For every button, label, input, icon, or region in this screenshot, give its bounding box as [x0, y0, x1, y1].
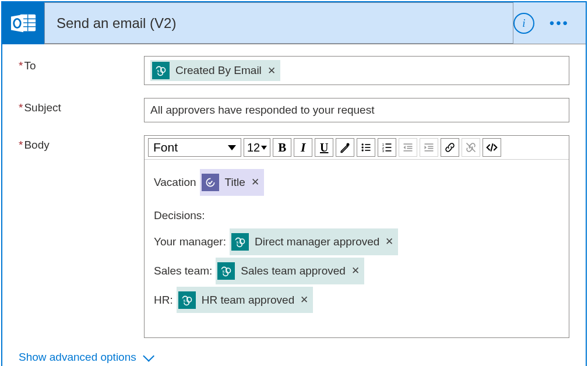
svg-text:S: S	[157, 69, 159, 73]
font-size-select[interactable]: 12	[244, 138, 270, 157]
advanced-options-row: Show advanced options	[19, 351, 569, 364]
token-label: Direct manager approved	[255, 230, 379, 254]
font-family-select[interactable]: Font	[148, 138, 241, 157]
svg-point-14	[362, 149, 364, 151]
svg-line-33	[491, 143, 493, 151]
svg-text:3: 3	[382, 149, 384, 153]
code-view-button[interactable]	[483, 138, 501, 157]
chevron-down-icon	[228, 145, 236, 150]
svg-point-12	[362, 143, 364, 145]
chevron-down-icon	[143, 350, 154, 362]
code-icon	[486, 142, 498, 153]
outdent-button[interactable]	[399, 138, 417, 157]
bullet-list-icon	[360, 142, 372, 153]
connector-icon-box	[2, 2, 44, 44]
token-remove-icon[interactable]: ✕	[300, 290, 308, 311]
link-button[interactable]	[441, 138, 459, 157]
indent-button[interactable]	[420, 138, 438, 157]
to-row: *To S Created By Email ✕	[19, 56, 569, 85]
subject-row: *Subject	[19, 98, 569, 122]
body-row: *Body Font 12 B I U	[19, 135, 569, 338]
subject-label: *Subject	[19, 98, 144, 114]
info-button[interactable]: i	[513, 13, 534, 34]
unlink-button[interactable]	[462, 138, 480, 157]
token-label: Title	[225, 171, 245, 194]
body-label: *Body	[19, 135, 144, 152]
unlink-icon	[465, 142, 477, 153]
show-advanced-options-button[interactable]: Show advanced options	[19, 351, 152, 364]
card-title[interactable]: Send an email (V2)	[44, 2, 513, 44]
more-menu-button[interactable]: •••	[545, 10, 574, 36]
token-label: HR team approved	[202, 288, 294, 312]
svg-point-34	[206, 178, 214, 186]
svg-point-11	[347, 143, 350, 146]
svg-text:S: S	[183, 298, 185, 302]
body-text-decisions: Decisions:	[154, 204, 205, 227]
color-picker-button[interactable]	[336, 138, 354, 157]
token-manager-approved[interactable]: S Direct manager approved ✕	[230, 228, 398, 255]
sharepoint-icon: S	[217, 262, 235, 280]
sharepoint-icon: S	[178, 291, 196, 309]
token-created-by-email[interactable]: S Created By Email ✕	[150, 60, 280, 81]
numbered-list-icon: 123	[381, 142, 393, 153]
sharepoint-icon: S	[152, 62, 170, 79]
to-label: *To	[19, 56, 144, 72]
token-hr-approved[interactable]: S HR team approved ✕	[177, 287, 313, 314]
numbered-list-button[interactable]: 123	[378, 138, 396, 157]
body-text-manager: Your manager:	[154, 230, 226, 254]
card-header: Send an email (V2) i •••	[2, 2, 586, 44]
token-title[interactable]: Title ✕	[200, 169, 264, 196]
token-label: Created By Email	[175, 64, 262, 77]
token-remove-icon[interactable]: ✕	[351, 261, 360, 281]
action-card: Send an email (V2) i ••• *To S Created B…	[1, 1, 587, 366]
approvals-icon	[202, 174, 219, 191]
svg-text:S: S	[223, 269, 225, 273]
outlook-icon	[10, 10, 37, 37]
rte-content[interactable]: Vacation Title ✕ Decisions: Your manager…	[145, 160, 569, 337]
card-body: *To S Created By Email ✕ *Subject *Body	[2, 44, 586, 366]
token-label: Sales team approved	[241, 259, 346, 283]
bullet-list-button[interactable]	[357, 138, 375, 157]
body-text-hr: HR:	[154, 288, 173, 312]
italic-button[interactable]: I	[294, 138, 312, 157]
bold-button[interactable]: B	[273, 138, 291, 157]
sharepoint-icon: S	[231, 233, 249, 251]
link-icon	[444, 142, 456, 153]
token-sales-approved[interactable]: S Sales team approved ✕	[216, 258, 364, 284]
body-text-sales: Sales team:	[154, 259, 212, 283]
token-remove-icon[interactable]: ✕	[385, 231, 393, 252]
body-text-vacation: Vacation	[154, 171, 196, 194]
to-field[interactable]: S Created By Email ✕	[144, 56, 569, 85]
svg-text:S: S	[236, 240, 238, 244]
token-remove-icon[interactable]: ✕	[251, 172, 259, 193]
subject-input[interactable]	[144, 98, 569, 122]
color-picker-icon	[339, 142, 351, 153]
underline-button[interactable]: U	[315, 138, 333, 157]
chevron-down-icon	[261, 146, 267, 150]
rte-toolbar: Font 12 B I U	[145, 136, 569, 160]
rich-text-editor: Font 12 B I U	[144, 135, 569, 338]
svg-point-13	[362, 146, 364, 148]
indent-icon	[423, 142, 435, 153]
token-remove-icon[interactable]: ✕	[267, 65, 276, 77]
outdent-icon	[402, 142, 414, 153]
